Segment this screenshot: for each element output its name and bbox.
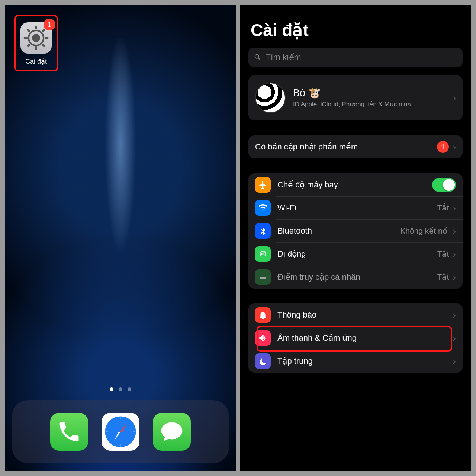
cellular-icon bbox=[255, 246, 271, 262]
focus-label: Tập trung bbox=[277, 356, 449, 366]
bluetooth-icon bbox=[255, 223, 271, 239]
software-update-label: Có bản cập nhật phần mềm bbox=[255, 142, 437, 152]
wifi-row[interactable]: Wi-Fi Tắt › bbox=[248, 196, 463, 219]
settings-app-icon[interactable]: 1 bbox=[20, 22, 52, 54]
profile-name: Bò 🐮 bbox=[293, 87, 449, 99]
sounds-row[interactable]: Âm thanh & Cảm ứng › bbox=[248, 327, 463, 350]
wifi-value: Tắt bbox=[437, 203, 449, 212]
svg-rect-8 bbox=[27, 29, 31, 33]
bluetooth-row[interactable]: Bluetooth Không kết nối › bbox=[248, 219, 463, 242]
chevron-right-icon: › bbox=[453, 202, 456, 214]
chevron-right-icon: › bbox=[453, 225, 456, 237]
notifications-row[interactable]: Thông báo › bbox=[248, 303, 463, 327]
chevron-right-icon: › bbox=[453, 141, 456, 153]
bluetooth-label: Bluetooth bbox=[277, 226, 400, 236]
profile-subtitle: ID Apple, iCloud, Phương tiện & Mục mua bbox=[293, 100, 449, 109]
svg-rect-2 bbox=[35, 26, 37, 29]
notifications-label: Thông báo bbox=[277, 310, 449, 320]
chevron-right-icon: › bbox=[453, 248, 456, 260]
cellular-row[interactable]: Di động Tắt › bbox=[248, 242, 463, 266]
search-placeholder: Tìm kiếm bbox=[266, 52, 301, 62]
airplane-icon bbox=[255, 177, 271, 193]
chevron-right-icon: › bbox=[453, 332, 456, 344]
svg-rect-9 bbox=[41, 43, 45, 47]
chevron-right-icon: › bbox=[453, 309, 456, 321]
messages-app-icon[interactable] bbox=[153, 413, 191, 451]
svg-point-1 bbox=[33, 35, 39, 41]
cellular-label: Di động bbox=[277, 249, 437, 259]
svg-rect-7 bbox=[27, 43, 31, 47]
search-input[interactable]: Tìm kiếm bbox=[248, 48, 463, 67]
apple-id-row[interactable]: Bò 🐮 ID Apple, iCloud, Phương tiện & Mục… bbox=[248, 75, 463, 120]
search-icon bbox=[254, 53, 262, 61]
home-screen: 1 Cài đặt bbox=[5, 5, 236, 471]
focus-row[interactable]: Tập trung › bbox=[248, 350, 463, 373]
safari-app-icon[interactable] bbox=[102, 413, 139, 451]
svg-rect-5 bbox=[45, 37, 48, 39]
sounds-label: Âm thanh & Cảm ứng bbox=[277, 333, 449, 343]
svg-rect-4 bbox=[24, 37, 28, 39]
software-update-row[interactable]: Có bản cập nhật phần mềm 1 › bbox=[248, 135, 463, 158]
page-title: Cài đặt bbox=[240, 20, 471, 48]
cellular-value: Tắt bbox=[437, 250, 449, 258]
hotspot-value: Tắt bbox=[437, 273, 449, 282]
svg-rect-3 bbox=[35, 46, 37, 50]
page-indicator[interactable] bbox=[110, 387, 131, 391]
chevron-right-icon: › bbox=[453, 356, 456, 367]
airplane-mode-toggle[interactable] bbox=[432, 178, 456, 192]
bell-icon bbox=[255, 307, 271, 323]
hotspot-label: Điểm truy cập cá nhân bbox=[277, 272, 437, 282]
wifi-label: Wi-Fi bbox=[277, 203, 437, 213]
hotspot-icon bbox=[255, 269, 271, 285]
bluetooth-value: Không kết nối bbox=[400, 226, 449, 235]
chevron-right-icon: › bbox=[453, 92, 456, 104]
wifi-icon bbox=[255, 200, 271, 216]
update-badge: 1 bbox=[437, 141, 449, 153]
dock bbox=[12, 400, 229, 463]
settings-app-label: Cài đặt bbox=[25, 57, 47, 65]
settings-app-highlight: 1 Cài đặt bbox=[14, 15, 58, 71]
settings-screen: Cài đặt Tìm kiếm Bò 🐮 ID Apple, iCloud, … bbox=[240, 5, 471, 471]
avatar bbox=[255, 83, 286, 113]
airplane-mode-label: Chế độ máy bay bbox=[277, 180, 432, 190]
hotspot-row[interactable]: Điểm truy cập cá nhân Tắt › bbox=[248, 266, 463, 289]
airplane-mode-row[interactable]: Chế độ máy bay bbox=[248, 173, 463, 196]
phone-app-icon[interactable] bbox=[50, 413, 88, 451]
settings-app-badge: 1 bbox=[44, 19, 55, 30]
svg-rect-6 bbox=[41, 29, 45, 33]
moon-icon bbox=[255, 353, 271, 369]
speaker-icon bbox=[255, 330, 271, 346]
chevron-right-icon: › bbox=[453, 271, 456, 283]
